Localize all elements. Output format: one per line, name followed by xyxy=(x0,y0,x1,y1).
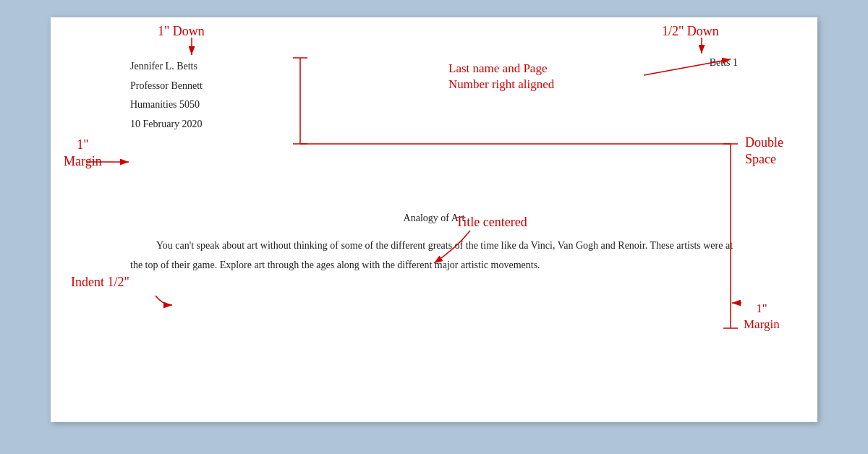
ann-double-space: Double Space xyxy=(745,134,817,168)
ann-margin-right: 1"Margin xyxy=(744,301,780,333)
doc-title: Analogy of Art xyxy=(130,213,738,224)
ann-one-inch-down: 1" Down xyxy=(158,23,205,40)
author-name: Jennifer L. Betts xyxy=(130,57,203,77)
header-info: Jennifer L. Betts Professor Bennett Huma… xyxy=(130,57,203,134)
date: 10 February 2020 xyxy=(130,115,203,134)
ann-half-inch-down: 1/2" Down xyxy=(662,23,719,40)
professor-name: Professor Bennett xyxy=(130,77,203,96)
page-container: Jennifer L. Betts Professor Bennett Huma… xyxy=(51,17,817,437)
course-name: Humanities 5050 xyxy=(130,95,203,115)
doc-body: You can't speak about art without thinki… xyxy=(130,236,738,275)
paper-inner: Jennifer L. Betts Professor Bennett Huma… xyxy=(51,17,817,422)
page-number: Betts 1 xyxy=(710,57,738,69)
paper: Jennifer L. Betts Professor Bennett Huma… xyxy=(51,17,817,422)
ann-margin-left: 1"Margin xyxy=(64,137,102,171)
doc-content: Jennifer L. Betts Professor Bennett Huma… xyxy=(130,57,738,401)
ann-last-name-page: Last name and PageNumber right aligned xyxy=(448,61,554,93)
ann-title-centered: Title centered xyxy=(456,214,527,231)
ann-indent: Indent 1/2" xyxy=(71,274,129,291)
body-paragraph: You can't speak about art without thinki… xyxy=(130,236,738,275)
